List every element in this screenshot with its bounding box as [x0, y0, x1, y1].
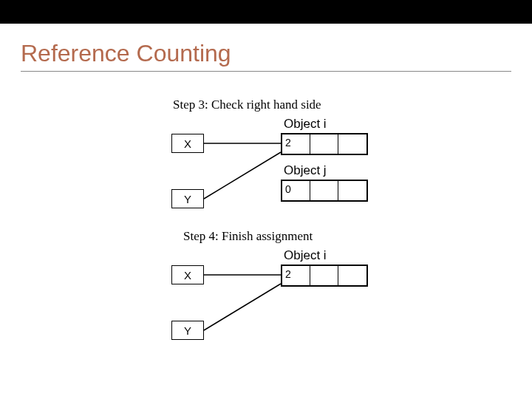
step3-object-j-refcount: 0 [285, 183, 291, 195]
title-rule [21, 71, 511, 72]
step4-var-x: X [171, 265, 204, 284]
step4-object-i-label: Object i [284, 248, 327, 263]
step4-object-i-refcell: 2 [282, 266, 310, 285]
step4-object-i-refcount: 2 [285, 268, 291, 280]
step3-object-i-cell2 [310, 134, 338, 154]
svg-line-1 [204, 152, 281, 199]
step3-object-i-box: 2 [281, 133, 368, 155]
step4-object-i-box: 2 [281, 265, 368, 287]
step4-object-i-cell2 [310, 266, 338, 285]
svg-line-3 [204, 284, 281, 330]
step3-object-i-label: Object i [284, 117, 327, 132]
step3-object-j-refcell: 0 [282, 181, 310, 200]
step3-object-i-refcell: 2 [282, 134, 310, 154]
step3-label: Step 3: Check right hand side [173, 98, 321, 112]
slide-topbar [0, 0, 532, 24]
step3-var-y: Y [171, 189, 204, 208]
step3-object-j-label: Object j [284, 163, 327, 178]
step3-object-i-refcount: 2 [285, 137, 291, 149]
step4-label: Step 4: Finish assignment [183, 229, 313, 244]
step4-var-y: Y [171, 321, 204, 340]
step3-object-j-box: 0 [281, 180, 368, 202]
step3-var-x: X [171, 134, 204, 153]
slide: Reference Counting Step 3: Check right h… [0, 0, 532, 399]
step3-object-j-cell2 [310, 181, 338, 200]
slide-title: Reference Counting [21, 40, 231, 67]
